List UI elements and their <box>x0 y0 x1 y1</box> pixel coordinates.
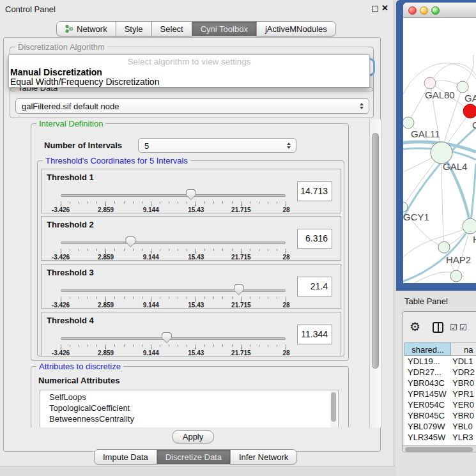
table-row[interactable]: YER054CYER0 <box>404 399 476 410</box>
node-label-partial-red: C <box>472 119 476 130</box>
tab-infer-network-label: Infer Network <box>239 452 288 462</box>
threshold-4-value-field[interactable]: 11.344 <box>297 325 332 344</box>
tab-cyni-toolbox[interactable]: Cyni Toolbox <box>192 21 257 36</box>
list-item[interactable]: SelfLoops <box>49 392 86 403</box>
table-hscrollbar-thumb[interactable] <box>405 447 473 452</box>
tab-discretize-data[interactable]: Discretize Data <box>157 449 231 464</box>
threshold-3-slider[interactable]: -3.426 2.859 9.144 15.43 21.715 28 <box>61 284 286 307</box>
tick-label: 2.859 <box>98 254 114 261</box>
number-of-intervals-combo[interactable]: 5 <box>138 138 296 153</box>
tick-label: -3.426 <box>52 254 70 261</box>
threshold-2-label: Threshold 2 <box>47 220 94 229</box>
tab-cyni-toolbox-label: Cyni Toolbox <box>201 24 248 34</box>
threshold-2-value-field[interactable]: 6.316 <box>297 229 332 249</box>
threshold-1-value-field[interactable]: 14.713 <box>297 181 332 201</box>
table-data-combo[interactable]: galFiltered.sif default node <box>15 98 369 114</box>
slider-track[interactable] <box>61 289 286 292</box>
node-bottom-partial[interactable] <box>450 270 462 282</box>
slider-track[interactable] <box>61 194 286 197</box>
threshold-2-slider[interactable]: -3.426 2.859 9.144 15.43 21.715 28 <box>61 236 286 259</box>
node-gal4[interactable] <box>431 142 452 164</box>
table-row[interactable]: YBR045CYBR0 <box>404 410 476 421</box>
tick-label: 9.144 <box>143 302 159 309</box>
list-scrollbar-thumb[interactable] <box>331 392 336 422</box>
numerical-attributes-list[interactable]: SelfLoops TopologicalCoefficient Between… <box>40 390 339 427</box>
close-traffic-light-icon[interactable] <box>408 6 417 15</box>
table-row[interactable]: YBL079WYBL0 <box>404 421 476 432</box>
checkbox-icon[interactable]: ☑ <box>450 323 457 332</box>
tick-label: 21.715 <box>231 302 251 309</box>
network-canvas[interactable]: GAL80 GA C GAL11 GAL4 GCY1 H HAP2 <box>403 18 476 283</box>
network-window-titlebar[interactable] <box>403 3 476 18</box>
slider-track[interactable] <box>61 337 286 340</box>
bottom-tab-bar: Impute Data Discretize Data Infer Networ… <box>94 449 297 464</box>
slider-thumb[interactable] <box>234 284 244 295</box>
cell: YDL1 <box>452 356 473 367</box>
checkbox-icon[interactable]: ☑ <box>459 323 467 332</box>
cell: YER0 <box>452 399 474 410</box>
slider-track[interactable] <box>61 242 286 244</box>
cell: YBR0 <box>452 378 474 388</box>
node-gal11[interactable] <box>403 117 414 128</box>
list-item[interactable]: BetweennessCentrality <box>49 413 134 425</box>
list-scrollbar[interactable] <box>330 391 337 427</box>
threshold-4-panel: Threshold 4 -3.426 2.859 9.144 15.43 21.… <box>41 312 341 357</box>
tab-style[interactable]: Style <box>116 21 152 36</box>
table-row[interactable]: YLR345WYLR3 <box>404 432 476 443</box>
table-data-group: Table Data galFiltered.sif default node <box>10 88 374 118</box>
tick-label: 15.43 <box>188 349 204 357</box>
tab-network[interactable]: Network <box>56 21 116 36</box>
tab-jactivemnodules[interactable]: jActiveMNodules <box>256 21 336 36</box>
attributes-group-title: Attributes to discretize <box>36 362 123 371</box>
panel-scrollbar-thumb[interactable] <box>372 133 379 369</box>
split-columns-icon[interactable] <box>433 322 443 333</box>
table-row[interactable]: YDR27...YDR2 <box>404 367 476 378</box>
column-header-name[interactable]: na <box>451 342 476 356</box>
popup-option-equal-width-frequency[interactable]: Equal Width/Frequency Discretization <box>10 77 159 87</box>
node-partial-top[interactable] <box>457 81 468 93</box>
table-hscrollbar[interactable] <box>403 445 476 452</box>
minimize-traffic-light-icon[interactable] <box>420 6 428 15</box>
cell: YDL19... <box>408 356 440 367</box>
tick-label: -3.426 <box>52 302 70 309</box>
slider-thumb[interactable] <box>125 236 135 247</box>
node-red-selected[interactable] <box>463 104 476 118</box>
slider-thumb[interactable] <box>162 332 172 343</box>
node-right-partial[interactable] <box>463 219 476 234</box>
tick-label: 2.859 <box>98 349 114 357</box>
node-label-gcy1: GCY1 <box>403 211 429 222</box>
cell: YDR27... <box>408 367 441 378</box>
float-window-icon[interactable] <box>372 6 378 12</box>
tab-impute-data[interactable]: Impute Data <box>94 449 157 464</box>
tick-label: 21.715 <box>231 206 251 213</box>
tick-label: 15.43 <box>188 254 204 261</box>
table-row[interactable]: YBR043CYBR0 <box>404 378 476 388</box>
threshold-3-value-field[interactable]: 21.4 <box>297 277 332 296</box>
interval-definition-group: Interval Definition Number of Intervals … <box>31 123 349 361</box>
zoom-traffic-light-icon[interactable] <box>431 6 440 15</box>
stepper-icon <box>287 142 291 149</box>
threshold-3-panel: Threshold 3 -3.426 2.859 9.144 15.43 21.… <box>41 264 341 309</box>
tab-select-label: Select <box>160 24 183 34</box>
column-header-shared[interactable]: shared... <box>404 342 451 356</box>
cell: YLR3 <box>452 432 473 443</box>
table-row[interactable]: YPR145WYPR1 <box>404 388 476 399</box>
close-icon[interactable]: ✕ <box>381 3 388 13</box>
tick-label: 21.715 <box>231 349 251 357</box>
gear-icon[interactable]: ⚙ <box>410 319 420 334</box>
threshold-1-slider[interactable]: -3.426 2.859 9.144 15.43 21.715 28 <box>61 188 286 211</box>
slider-thumb[interactable] <box>186 189 196 200</box>
threshold-4-slider[interactable]: -3.426 2.859 9.144 15.43 21.715 28 <box>61 332 286 355</box>
panel-scrollbar[interactable] <box>369 119 381 427</box>
tab-select[interactable]: Select <box>151 21 192 36</box>
popup-option-manual-discretization[interactable]: Manual Discretization <box>10 67 102 77</box>
node-hap2[interactable] <box>438 242 450 253</box>
numerical-attributes-label: Numerical Attributes <box>38 376 119 385</box>
apply-button[interactable]: Apply <box>172 430 214 443</box>
table-row[interactable]: YDL19...YDL1 <box>404 356 476 367</box>
tab-infer-network[interactable]: Infer Network <box>230 449 297 464</box>
node-gal80[interactable] <box>424 77 436 89</box>
tick-label: 9.144 <box>143 206 159 213</box>
list-item[interactable]: TopologicalCoefficient <box>49 403 130 414</box>
network-view-frame: GAL80 GA C GAL11 GAL4 GCY1 H HAP2 <box>396 0 476 291</box>
